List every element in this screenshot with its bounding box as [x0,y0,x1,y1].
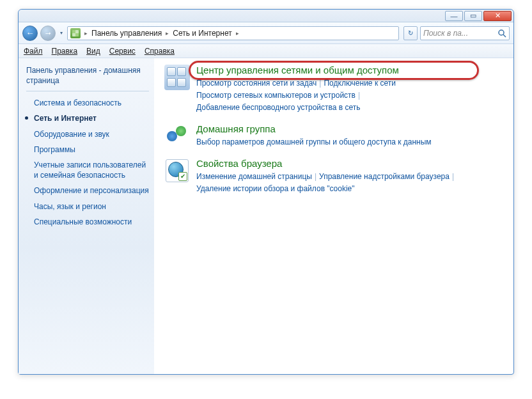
link-connect[interactable]: Подключение к сети [324,79,395,88]
svg-line-1 [503,35,506,37]
menu-service[interactable]: Сервис [109,47,136,56]
close-button[interactable]: ✕ [483,11,512,21]
category-browser: ✔ Свойства браузера Изменение домашней с… [164,158,503,195]
sidebar-item-accounts[interactable]: Учетные записи пользователей и семейная … [26,157,149,183]
menu-view[interactable]: Вид [86,47,100,56]
link-network-sharing-center[interactable]: Центр управления сетями и общим доступом [196,65,399,75]
link-browser-options[interactable]: Свойства браузера [196,158,282,169]
breadcrumb-network[interactable]: Сеть и Интернет [173,29,231,38]
browser-options-icon: ✔ [164,158,190,184]
menu-file[interactable]: Файл [24,47,43,56]
content-pane: Центр управления сетями и общим доступом… [154,58,513,374]
breadcrumb-control-panel[interactable]: Панель управления [91,29,162,38]
link-change-homepage[interactable]: Изменение домашней страницы [196,172,312,181]
link-view-status[interactable]: Просмотр состояния сети и задач [196,79,317,88]
sidebar-item-appearance[interactable]: Оформление и персонализация [26,183,149,198]
link-view-computers[interactable]: Просмотр сетевых компьютеров и устройств [196,91,356,100]
nav-bar: ← → ▾ ▸ Панель управления ▸ Сеть и Интер… [19,22,513,44]
sidebar-item-system[interactable]: Система и безопасность [26,95,149,111]
menu-bar: Файл Правка Вид Сервис Справка [19,44,513,58]
sidebar: Панель управления - домашняя страница Си… [19,58,154,374]
title-bar: — ▭ ✕ [19,10,513,22]
category-homegroup: Домашняя группа Выбор параметров домашне… [164,123,503,149]
history-dropdown[interactable]: ▾ [58,26,65,41]
divider [26,91,149,91]
control-panel-icon [70,28,81,38]
chevron-right-icon: ▸ [166,30,169,36]
link-homegroup-options[interactable]: Выбор параметров домашней группы и общег… [196,137,432,146]
svg-point-0 [499,30,504,35]
chevron-right-icon: ▸ [236,30,239,36]
separator: | [315,172,317,181]
category-network-sharing: Центр управления сетями и общим доступом… [164,65,503,114]
sidebar-item-ease[interactable]: Специальные возможности [26,214,149,230]
sidebar-item-programs[interactable]: Программы [26,142,149,157]
link-delete-history[interactable]: Удаление истории обзора и файлов "cookie… [196,184,355,193]
sidebar-home-link[interactable]: Панель управления - домашняя страница [26,66,149,86]
search-input[interactable]: Поиск в па... [420,26,510,40]
sidebar-item-clock[interactable]: Часы, язык и регион [26,199,149,214]
separator: | [319,79,321,88]
homegroup-icon [164,123,190,149]
minimize-button[interactable]: — [445,11,463,21]
link-homegroup[interactable]: Домашняя группа [196,123,276,134]
search-placeholder: Поиск в па... [423,29,468,38]
network-sharing-icon [164,65,190,90]
address-bar[interactable]: ▸ Панель управления ▸ Сеть и Интернет ▸ [67,26,399,40]
menu-edit[interactable]: Правка [52,47,78,56]
search-icon [497,29,506,38]
sidebar-item-network[interactable]: Сеть и Интернет [26,111,149,126]
maximize-button[interactable]: ▭ [464,11,482,21]
back-button[interactable]: ← [22,26,38,41]
refresh-button[interactable]: ↻ [403,26,418,40]
menu-help[interactable]: Справка [145,47,175,56]
forward-button[interactable]: → [40,26,56,41]
chevron-right-icon: ▸ [84,30,88,36]
sidebar-item-hardware[interactable]: Оборудование и звук [26,127,149,142]
link-manage-addons[interactable]: Управление надстройками браузера [319,172,450,181]
separator: | [358,91,360,100]
link-add-wireless[interactable]: Добавление беспроводного устройства в се… [196,103,361,112]
separator: | [452,172,454,181]
window-frame: — ▭ ✕ ← → ▾ ▸ Панель управления ▸ Сеть и… [18,9,514,375]
